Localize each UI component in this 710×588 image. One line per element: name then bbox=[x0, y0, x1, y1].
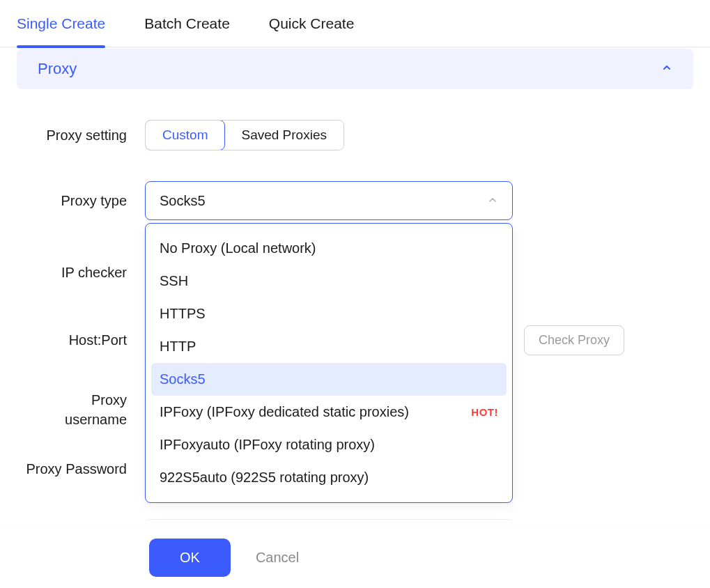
row-proxy-type: Proxy type Socks5 No Proxy (Local networ… bbox=[17, 181, 693, 220]
proxy-type-option-http[interactable]: HTTP bbox=[151, 330, 507, 363]
hot-badge: HOT! bbox=[471, 406, 498, 418]
footer-bar: OK Cancel bbox=[0, 527, 710, 588]
check-proxy-button[interactable]: Check Proxy bbox=[524, 325, 624, 355]
dropdown-item-label: 922S5auto (922S5 rotating proxy) bbox=[160, 470, 369, 486]
proxy-section-title: Proxy bbox=[38, 60, 77, 78]
chevron-up-icon bbox=[487, 193, 498, 209]
chevron-up-icon bbox=[661, 62, 672, 76]
proxy-type-option-https[interactable]: HTTPS bbox=[151, 297, 507, 330]
label-line: username bbox=[65, 412, 127, 427]
proxy-setting-saved[interactable]: Saved Proxies bbox=[224, 121, 344, 150]
cancel-button[interactable]: Cancel bbox=[256, 550, 299, 566]
label-line: Proxy bbox=[91, 392, 127, 408]
label-proxy-username: Proxy username bbox=[17, 390, 145, 429]
proxy-type-dropdown: No Proxy (Local network) SSH HTTPS HTTP … bbox=[145, 223, 513, 503]
label-proxy-type: Proxy type bbox=[17, 193, 145, 209]
tab-batch-create[interactable]: Batch Create bbox=[144, 1, 230, 46]
tab-quick-create[interactable]: Quick Create bbox=[269, 1, 355, 46]
dropdown-item-label: HTTPS bbox=[160, 306, 206, 322]
label-proxy-setting: Proxy setting bbox=[17, 127, 145, 144]
proxy-type-selected-value: Socks5 bbox=[160, 193, 206, 209]
dropdown-item-label: HTTP bbox=[160, 339, 196, 355]
proxy-type-option-ssh[interactable]: SSH bbox=[151, 265, 507, 297]
proxy-setting-segmented: Custom Saved Proxies bbox=[145, 120, 344, 150]
dropdown-item-label: SSH bbox=[160, 273, 188, 289]
proxy-setting-custom[interactable]: Custom bbox=[145, 120, 225, 150]
dropdown-item-label: Socks5 bbox=[160, 371, 206, 387]
row-proxy-setting: Proxy setting Custom Saved Proxies bbox=[17, 120, 693, 150]
proxy-type-option-922s5auto[interactable]: 922S5auto (922S5 rotating proxy) bbox=[151, 461, 507, 494]
proxy-type-select[interactable]: Socks5 bbox=[145, 181, 513, 220]
dropdown-item-label: IPFoxyauto (IPFoxy rotating proxy) bbox=[160, 437, 375, 453]
proxy-section-header[interactable]: Proxy bbox=[17, 49, 693, 89]
proxy-type-option-ipfoxyauto[interactable]: IPFoxyauto (IPFoxy rotating proxy) bbox=[151, 428, 507, 461]
proxy-type-option-socks5[interactable]: Socks5 bbox=[151, 363, 507, 396]
tab-single-create[interactable]: Single Create bbox=[17, 1, 105, 46]
proxy-type-option-ipfoxy[interactable]: IPFoxy (IPFoxy dedicated static proxies)… bbox=[151, 396, 507, 428]
dropdown-item-label: IPFoxy (IPFoxy dedicated static proxies) bbox=[160, 404, 409, 420]
label-proxy-password: Proxy Password bbox=[17, 461, 145, 477]
label-ip-checker: IP checker bbox=[17, 265, 145, 281]
proxy-form: Proxy setting Custom Saved Proxies Proxy… bbox=[0, 120, 710, 558]
tabs-bar: Single Create Batch Create Quick Create bbox=[0, 0, 710, 47]
dropdown-item-label: No Proxy (Local network) bbox=[160, 240, 316, 256]
ok-button[interactable]: OK bbox=[149, 539, 231, 577]
proxy-type-option-no-proxy[interactable]: No Proxy (Local network) bbox=[151, 232, 507, 265]
label-host-port: Host:Port bbox=[17, 332, 145, 348]
proxy-type-select-wrap: Socks5 No Proxy (Local network) SSH HTTP… bbox=[145, 181, 513, 220]
